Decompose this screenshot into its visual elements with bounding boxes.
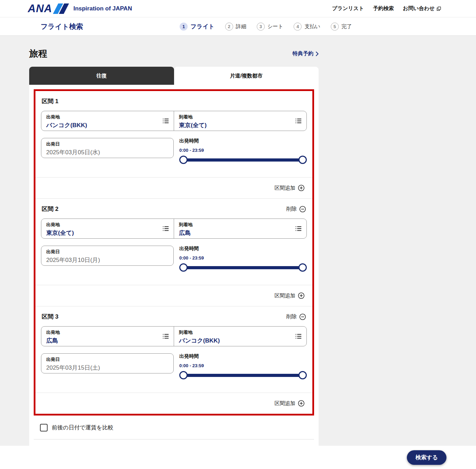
- plus-circle-icon: [298, 400, 305, 407]
- segment-3-arrival-field[interactable]: 到着地 バンコク(BKK): [174, 327, 306, 346]
- step-details: 2 詳細: [225, 23, 246, 31]
- add-segment-button[interactable]: 区間追加: [274, 184, 305, 191]
- time-range-value: 0:00 - 23:59: [179, 255, 307, 261]
- segment-1-arrival-field[interactable]: 到着地 東京(全て): [174, 111, 306, 131]
- nav-plan-list[interactable]: プランリスト: [332, 5, 364, 12]
- segment-2: 区間 2 削除 出発地 東京(全て): [35, 199, 312, 285]
- slider-handle-start[interactable]: [179, 156, 188, 164]
- segment-2-time-slider[interactable]: [179, 263, 307, 272]
- segment-1-departure-field[interactable]: 出発地 バンコク(BKK): [41, 111, 174, 131]
- compare-fares-checkbox[interactable]: [40, 424, 48, 431]
- step-complete: 5 完了: [331, 23, 352, 31]
- search-button[interactable]: 検索する: [407, 450, 446, 465]
- slider-track: [183, 158, 303, 162]
- ana-slash-icon: [56, 3, 66, 14]
- step-payment: 4 支払い: [294, 23, 320, 31]
- footer-bar: 検索する: [0, 446, 476, 469]
- minus-circle-icon: [299, 313, 306, 320]
- list-icon: [295, 117, 302, 125]
- step-flight: 1 フライト: [180, 23, 215, 31]
- top-header: ANA Inspiration of JAPAN プランリスト 予約検索 お問い…: [0, 0, 476, 17]
- step-seat: 3 シート: [257, 23, 284, 31]
- segment-3-departure-field[interactable]: 出発地 広島: [41, 327, 174, 346]
- segment-1-date-field[interactable]: 出発日 2025年03月05日(水): [41, 138, 174, 158]
- plus-circle-icon: [298, 292, 305, 299]
- slider-handle-end[interactable]: [298, 263, 307, 272]
- list-icon: [295, 225, 302, 232]
- external-link-icon: [436, 6, 441, 11]
- list-icon: [162, 332, 170, 340]
- segment-title: 区間 1: [42, 97, 58, 105]
- add-segment-row: 区間追加: [35, 177, 312, 199]
- segment-title: 区間 2: [42, 205, 58, 213]
- ana-logo-text: ANA: [28, 2, 52, 15]
- segment-1: 区間 1 出発地 バンコク(BKK) 到着地 東京(全て): [35, 91, 312, 177]
- delete-segment-3-button[interactable]: 削除: [286, 313, 306, 320]
- progress-steps: 1 フライト 2 詳細 3 シート 4 支払い 5 完了: [124, 23, 352, 31]
- add-segment-row: 区間追加: [35, 285, 312, 306]
- slider-handle-end[interactable]: [298, 371, 307, 379]
- slider-handle-start[interactable]: [179, 371, 188, 379]
- time-range-value: 0:00 - 23:59: [179, 363, 307, 368]
- compare-fares-row: 前後の日付で運賃を比較: [34, 415, 314, 439]
- slider-track: [183, 266, 303, 269]
- brand-tagline: Inspiration of JAPAN: [73, 5, 132, 12]
- nav-contact[interactable]: お問い合わせ: [403, 5, 441, 12]
- segment-2-date-field[interactable]: 出発日 2025年03月10日(月): [41, 246, 174, 266]
- segment-3-date-field[interactable]: 出発日 2025年03月15日(土): [41, 353, 174, 373]
- nav-booking-search[interactable]: 予約検索: [373, 5, 394, 12]
- top-nav: プランリスト 予約検索 お問い合わせ: [332, 5, 441, 12]
- add-segment-button[interactable]: 区間追加: [274, 400, 305, 407]
- slider-handle-end[interactable]: [298, 156, 307, 164]
- sub-header: フライト検索 1 フライト 2 詳細 3 シート 4 支払い 5 完了: [0, 17, 476, 36]
- segment-3-time-slider[interactable]: [179, 371, 307, 379]
- delete-segment-2-button[interactable]: 削除: [286, 206, 306, 213]
- segment-1-time-slider[interactable]: [179, 156, 307, 164]
- segments-highlight-box: 区間 1 出発地 バンコク(BKK) 到着地 東京(全て): [34, 89, 314, 415]
- tab-oneway-multicity[interactable]: 片道/複数都市: [174, 67, 319, 85]
- segment-title: 区間 3: [42, 313, 58, 321]
- page-section-title: フライト検索: [41, 22, 83, 31]
- search-form-card: 区間 1 出発地 バンコク(BKK) 到着地 東京(全て): [29, 85, 319, 446]
- segment-2-arrival-field[interactable]: 到着地 広島: [174, 219, 306, 238]
- segment-3: 区間 3 削除 出発地 広島: [35, 306, 312, 393]
- compare-fares-label: 前後の日付で運賃を比較: [52, 424, 113, 431]
- minus-circle-icon: [299, 206, 306, 213]
- tab-round-trip[interactable]: 往復: [29, 67, 174, 85]
- page-title: 旅程: [29, 48, 47, 60]
- ana-logo[interactable]: ANA Inspiration of JAPAN: [28, 2, 132, 15]
- time-range-value: 0:00 - 23:59: [179, 148, 307, 153]
- plus-circle-icon: [298, 184, 305, 191]
- slider-track: [183, 374, 303, 377]
- chevron-right-icon: [315, 51, 319, 56]
- main-area: 旅程 特典予約 往復 片道/複数都市 区間 1: [0, 36, 476, 446]
- slider-handle-start[interactable]: [179, 263, 188, 272]
- award-booking-link[interactable]: 特典予約: [293, 50, 319, 57]
- list-icon: [295, 332, 302, 340]
- trip-type-tabs: 往復 片道/複数都市: [29, 67, 319, 85]
- list-icon: [162, 117, 170, 125]
- list-icon: [162, 225, 170, 232]
- add-segment-button[interactable]: 区間追加: [274, 292, 305, 299]
- add-segment-row: 区間追加: [35, 393, 312, 414]
- segment-2-departure-field[interactable]: 出発地 東京(全て): [41, 219, 174, 238]
